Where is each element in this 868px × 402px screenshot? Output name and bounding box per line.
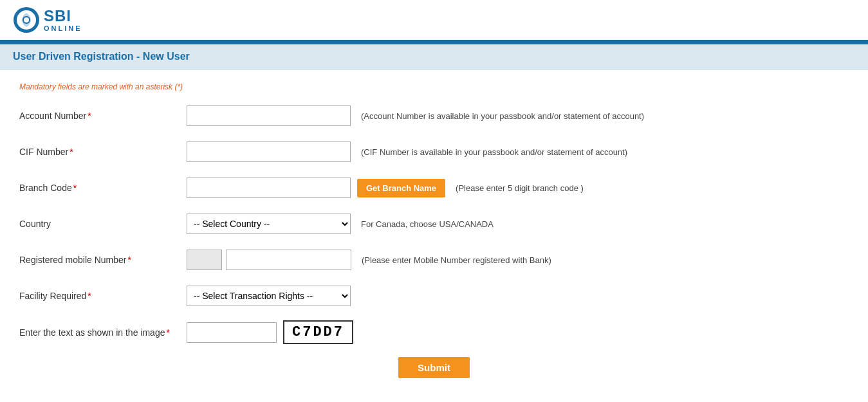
svg-point-3 bbox=[24, 17, 29, 23]
sbi-logo-icon bbox=[13, 6, 40, 33]
branch-code-label: Branch Code* bbox=[19, 183, 187, 193]
cif-number-label: CIF Number* bbox=[19, 147, 187, 157]
cif-number-row: CIF Number* (CIF Number is available in … bbox=[19, 140, 849, 163]
mobile-input-group bbox=[187, 250, 351, 270]
mobile-number-input[interactable] bbox=[226, 250, 351, 270]
page-title: User Driven Registration - New User bbox=[13, 51, 855, 62]
header: SBI ONLINE bbox=[0, 0, 868, 42]
mobile-code-input[interactable] bbox=[187, 250, 222, 270]
mobile-number-label: Registered mobile Number* bbox=[19, 255, 187, 265]
country-hint: For Canada, choose USA/CANADA bbox=[361, 219, 494, 229]
logo-container: SBI ONLINE bbox=[13, 6, 82, 33]
country-row: Country -- Select Country -- USA/CANADA … bbox=[19, 212, 849, 235]
logo-online-text: ONLINE bbox=[44, 24, 82, 32]
captcha-label: Enter the text as shown in the image* bbox=[19, 327, 187, 338]
logo-sbi-text: SBI bbox=[44, 8, 82, 24]
captcha-input[interactable] bbox=[187, 322, 277, 343]
captcha-image: C7DD7 bbox=[283, 320, 353, 344]
submit-row: Submit bbox=[19, 357, 849, 378]
branch-code-row: Branch Code* Get Branch Name (Please ent… bbox=[19, 176, 849, 199]
branch-code-hint: (Please enter 5 digit branch code ) bbox=[456, 183, 584, 193]
account-number-row: Account Number* (Account Number is avail… bbox=[19, 104, 849, 127]
mobile-number-row: Registered mobile Number* (Please enter … bbox=[19, 248, 849, 271]
page-title-bar: User Driven Registration - New User bbox=[0, 44, 868, 69]
facility-required-row: Facility Required* -- Select Transaction… bbox=[19, 284, 849, 307]
branch-code-input[interactable] bbox=[187, 178, 351, 198]
country-label: Country bbox=[19, 219, 187, 229]
submit-button[interactable]: Submit bbox=[398, 357, 470, 378]
facility-required-label: Facility Required* bbox=[19, 291, 187, 301]
cif-number-hint: (CIF Number is available in your passboo… bbox=[361, 147, 627, 157]
captcha-row: Enter the text as shown in the image* C7… bbox=[19, 320, 849, 344]
logo-text: SBI ONLINE bbox=[44, 8, 82, 32]
cif-number-input[interactable] bbox=[187, 142, 351, 162]
country-select[interactable]: -- Select Country -- USA/CANADA INDIA UK bbox=[187, 214, 351, 234]
account-number-label: Account Number* bbox=[19, 111, 187, 121]
account-number-hint: (Account Number is available in your pas… bbox=[361, 111, 644, 121]
account-number-input[interactable] bbox=[187, 105, 351, 126]
mobile-number-hint: (Please enter Mobile Number registered w… bbox=[362, 255, 551, 265]
mandatory-note: Mandatory fields are marked with an aste… bbox=[19, 82, 849, 91]
get-branch-name-button[interactable]: Get Branch Name bbox=[357, 179, 445, 197]
facility-required-select[interactable]: -- Select Transaction Rights -- View Onl… bbox=[187, 286, 351, 306]
main-content: Mandatory fields are marked with an aste… bbox=[0, 69, 868, 397]
